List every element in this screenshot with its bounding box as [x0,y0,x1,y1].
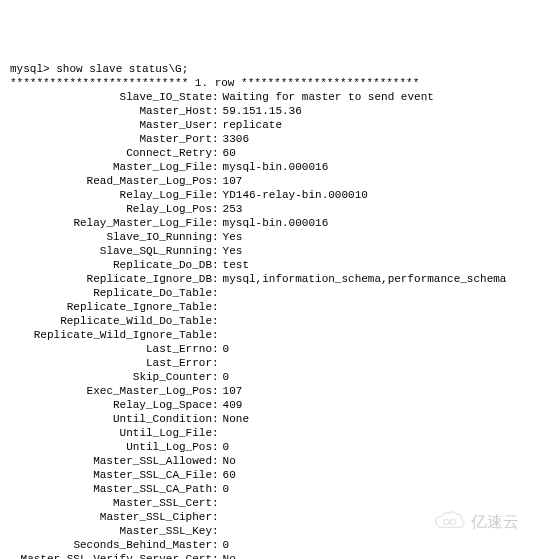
field-label: Master_SSL_Key [10,524,212,538]
field-label: Slave_IO_State [10,90,212,104]
colon: : [212,384,219,398]
field-value [219,328,223,342]
field-value: 59.151.15.36 [219,104,302,118]
status-field: Master_SSL_CA_File:60 [10,468,525,482]
field-label: Last_Error [10,356,212,370]
status-field: Master_User:replicate [10,118,525,132]
status-field: Master_SSL_Verify_Server_Cert:No [10,552,525,559]
field-label: Slave_SQL_Running [10,244,212,258]
colon: : [212,104,219,118]
colon: : [212,216,219,230]
command: show slave status\G; [56,63,188,75]
field-value: Waiting for master to send event [219,90,434,104]
status-field: Last_Errno:0 [10,342,525,356]
field-value: 0 [219,342,230,356]
status-field: Replicate_Ignore_DB:mysql,information_sc… [10,272,525,286]
colon: : [212,454,219,468]
field-label: Skip_Counter [10,370,212,384]
colon: : [212,356,219,370]
colon: : [212,496,219,510]
colon: : [212,230,219,244]
field-label: Relay_Log_File [10,188,212,202]
field-value: mysql-bin.000016 [219,216,329,230]
field-value [219,300,223,314]
colon: : [212,174,219,188]
field-value: 409 [219,398,243,412]
field-value [219,286,223,300]
prompt: mysql> [10,63,50,75]
colon: : [212,118,219,132]
colon: : [212,538,219,552]
status-field: Master_Port:3306 [10,132,525,146]
field-label: Master_SSL_Allowed [10,454,212,468]
field-label: Until_Log_Pos [10,440,212,454]
field-label: Master_SSL_CA_File [10,468,212,482]
field-label: Replicate_Do_DB [10,258,212,272]
field-value [219,426,223,440]
field-label: Replicate_Do_Table [10,286,212,300]
colon: : [212,132,219,146]
status-field: Slave_IO_Running:Yes [10,230,525,244]
field-value: YD146-relay-bin.000010 [219,188,368,202]
colon: : [212,440,219,454]
field-label: Slave_IO_Running [10,230,212,244]
colon: : [212,188,219,202]
status-field: Until_Log_File: [10,426,525,440]
colon: : [212,272,219,286]
field-label: Master_Host [10,104,212,118]
field-value [219,510,223,524]
status-field: Replicate_Do_DB:test [10,258,525,272]
field-value: 60 [219,468,236,482]
status-field: Exec_Master_Log_Pos:107 [10,384,525,398]
status-field: Last_Error: [10,356,525,370]
colon: : [212,398,219,412]
field-label: Relay_Log_Space [10,398,212,412]
field-value: 0 [219,440,230,454]
colon: : [212,244,219,258]
colon: : [212,412,219,426]
colon: : [212,90,219,104]
field-value [219,314,223,328]
field-label: Connect_Retry [10,146,212,160]
status-field: Relay_Log_File:YD146-relay-bin.000010 [10,188,525,202]
field-value: replicate [219,118,282,132]
colon: : [212,468,219,482]
status-field: Master_Host:59.151.15.36 [10,104,525,118]
field-label: Master_SSL_Cipher [10,510,212,524]
field-value: Yes [219,230,243,244]
status-field: Master_SSL_Cert: [10,496,525,510]
field-value: 107 [219,384,243,398]
field-value: No [219,454,236,468]
field-value: mysql,information_schema,performance_sch… [219,272,507,286]
status-field: Connect_Retry:60 [10,146,525,160]
status-field: Relay_Log_Pos:253 [10,202,525,216]
field-label: Seconds_Behind_Master [10,538,212,552]
status-field: Read_Master_Log_Pos:107 [10,174,525,188]
colon: : [212,510,219,524]
field-value: 3306 [219,132,249,146]
status-field: Replicate_Wild_Ignore_Table: [10,328,525,342]
colon: : [212,524,219,538]
field-label: Replicate_Ignore_Table [10,300,212,314]
field-label: Relay_Log_Pos [10,202,212,216]
colon: : [212,146,219,160]
field-label: Relay_Master_Log_File [10,216,212,230]
field-value: None [219,412,249,426]
field-label: Replicate_Wild_Ignore_Table [10,328,212,342]
status-field: Master_Log_File:mysql-bin.000016 [10,160,525,174]
field-value [219,524,223,538]
colon: : [212,426,219,440]
field-value: 253 [219,202,243,216]
field-value: 0 [219,538,230,552]
field-label: Master_Port [10,132,212,146]
field-value: 0 [219,482,230,496]
field-label: Master_User [10,118,212,132]
colon: : [212,160,219,174]
field-label: Until_Log_File [10,426,212,440]
colon: : [212,552,219,559]
status-field: Slave_IO_State:Waiting for master to sen… [10,90,525,104]
command-line: mysql> show slave status\G; [10,62,525,76]
field-value: mysql-bin.000016 [219,160,329,174]
colon: : [212,370,219,384]
colon: : [212,314,219,328]
